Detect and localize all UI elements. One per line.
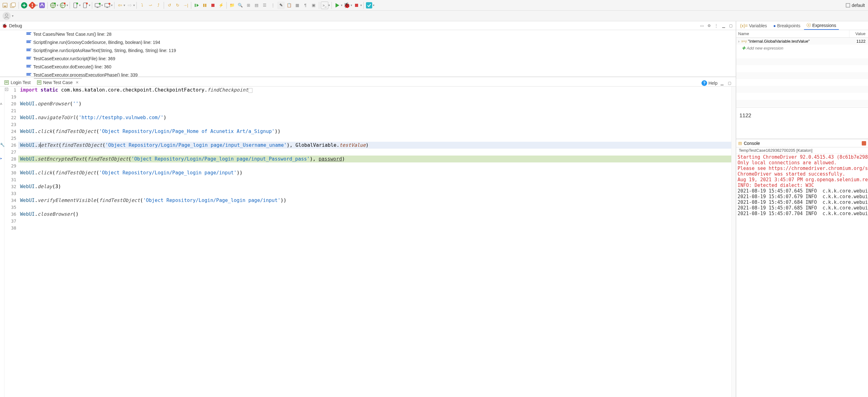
nav-fwd-icon[interactable]: ⇨: [126, 2, 133, 9]
stack-frame[interactable]: Test Cases/New Test Case.run() line: 28: [0, 30, 736, 38]
mobile-capture-icon[interactable]: [71, 2, 79, 9]
search-icon[interactable]: 🔍: [237, 2, 244, 9]
step-return-icon[interactable]: ⤴: [155, 2, 162, 9]
code-line[interactable]: [18, 107, 731, 114]
dropdown-icon[interactable]: ▾: [89, 3, 90, 7]
menu-icon[interactable]: ⋮: [713, 23, 719, 29]
code-line[interactable]: [18, 162, 731, 169]
code-area[interactable]: import static com.kms.katalon.core.check…: [18, 87, 731, 397]
minimize-icon[interactable]: ▁: [720, 23, 726, 29]
dropdown-icon[interactable]: ▾: [360, 3, 362, 7]
layout-icon[interactable]: ▭: [699, 23, 705, 29]
editor-tab[interactable]: Login Test: [1, 78, 34, 86]
filter-icon[interactable]: ⋮: [269, 2, 277, 9]
editor-tab[interactable]: New Test Case✕: [34, 78, 82, 86]
dropdown-icon[interactable]: ▾: [79, 3, 81, 7]
code-line[interactable]: [18, 149, 731, 156]
resume-icon[interactable]: [193, 2, 200, 9]
code-line[interactable]: WebUI.openBrowser(''): [18, 100, 731, 107]
desktop-capture-icon[interactable]: [94, 2, 101, 9]
code-line[interactable]: WebUI.delay(3): [18, 183, 731, 190]
web-record-icon[interactable]: [59, 2, 66, 9]
disconnect-icon[interactable]: ⚡: [217, 2, 225, 9]
tab-breakpoints[interactable]: ●Breakpoints: [771, 22, 803, 30]
value-column-header[interactable]: Value: [849, 30, 868, 37]
help-icon[interactable]: ?: [702, 80, 707, 86]
dropdown-icon[interactable]: ▾: [373, 3, 374, 7]
code-line[interactable]: import static com.kms.katalon.core.check…: [18, 87, 731, 93]
code-line[interactable]: [18, 93, 731, 100]
step-into-icon[interactable]: ⤵: [138, 2, 146, 9]
dropdown-icon[interactable]: ▾: [111, 3, 113, 7]
dropdown-icon[interactable]: ▾: [341, 3, 342, 7]
dropdown-icon[interactable]: ▾: [133, 3, 135, 7]
dropdown-icon[interactable]: ▾: [57, 3, 58, 7]
dropdown-icon[interactable]: ▾: [328, 3, 330, 7]
dropdown-icon[interactable]: ▾: [66, 3, 68, 7]
folder-icon[interactable]: 📁: [228, 2, 236, 9]
run-to-line-icon[interactable]: →|: [182, 2, 189, 9]
close-icon[interactable]: ✕: [75, 80, 79, 85]
code-line[interactable]: [18, 204, 731, 211]
step-filters-icon[interactable]: ↻: [174, 2, 181, 9]
profile-selector[interactable]: default: [845, 3, 867, 8]
code-line[interactable]: [18, 190, 731, 197]
minimize-icon[interactable]: ▁: [719, 80, 725, 86]
code-line[interactable]: WebUI.click(findTestObject('Object Repos…: [18, 169, 731, 176]
code-line[interactable]: WebUI.click(findTestObject('Object Repos…: [18, 128, 731, 135]
save-all-icon[interactable]: [9, 2, 17, 9]
debug-button[interactable]: 🐞: [343, 2, 350, 9]
terminal-icon[interactable]: >_: [321, 2, 328, 9]
code-line[interactable]: [18, 121, 731, 128]
web-capture-icon[interactable]: [49, 2, 57, 9]
desktop-record-icon[interactable]: [103, 2, 111, 9]
block-icon[interactable]: ▣: [310, 2, 317, 9]
console-output[interactable]: Starting ChromeDriver 92.0.4515.43 (8c61…: [736, 154, 868, 397]
stack-frame[interactable]: ScriptEngine.runScriptAsRawText(String, …: [0, 47, 736, 55]
tab-console[interactable]: ▤ Console: [738, 141, 760, 146]
name-column-header[interactable]: Name: [736, 30, 849, 37]
dropdown-icon[interactable]: ▾: [124, 3, 125, 7]
terminate-console-button[interactable]: [862, 141, 866, 146]
nav-back-icon[interactable]: ⇦: [116, 2, 124, 9]
stack-frame[interactable]: ScriptEngine.run(GroovyCodeSource, Bindi…: [0, 38, 736, 47]
formatting-icon[interactable]: ¶: [302, 2, 309, 9]
code-line[interactable]: WebUI.setEncryptedText(findTestObject('O…: [18, 156, 731, 162]
stack-frame[interactable]: TestCaseExecutor.processExecutionPhase()…: [0, 71, 736, 77]
debug-tab[interactable]: 🐞 Debug: [2, 23, 22, 28]
code-line[interactable]: WebUI.verifyElementVisible(findTestObjec…: [18, 197, 731, 204]
dropdown-icon[interactable]: ▾: [12, 14, 13, 18]
code-line[interactable]: WebUI.navigateToUrl('http://testphp.vuln…: [18, 114, 731, 121]
sort-icon[interactable]: ☰: [261, 2, 269, 9]
code-line[interactable]: [18, 135, 731, 142]
skip-breakpoints-icon[interactable]: [20, 2, 28, 9]
expand-icon[interactable]: ›: [736, 39, 741, 43]
code-line[interactable]: [18, 218, 731, 224]
dropdown-icon[interactable]: ▾: [350, 3, 352, 7]
code-line[interactable]: WebUI.setText(findTestObject('Object Rep…: [18, 142, 731, 149]
suspend-icon[interactable]: [201, 2, 209, 9]
stop-button[interactable]: [353, 2, 360, 9]
list-icon[interactable]: ▦: [293, 2, 301, 9]
terminate-icon[interactable]: [209, 2, 217, 9]
clipboard-icon[interactable]: 📋: [285, 2, 293, 9]
save-icon[interactable]: [1, 2, 9, 9]
fold-icon[interactable]: +: [5, 88, 8, 91]
open-type-icon[interactable]: ⊞: [245, 2, 252, 9]
code-line[interactable]: [18, 176, 731, 183]
plugin-icon[interactable]: [38, 2, 46, 9]
toggle-icon[interactable]: ▤: [253, 2, 260, 9]
stack-frame[interactable]: TestCaseExecutor.doExecute() line: 360: [0, 63, 736, 71]
drop-frame-icon[interactable]: ↺: [165, 2, 173, 9]
tab-expressions[interactable]: ⓧExpressions: [804, 22, 839, 30]
run-button[interactable]: [333, 2, 341, 9]
dropdown-icon[interactable]: ▾: [36, 3, 38, 7]
git-icon[interactable]: [29, 2, 36, 9]
code-line[interactable]: [18, 224, 731, 232]
dropdown-icon[interactable]: ▾: [101, 3, 103, 7]
pencil-icon[interactable]: ✎: [277, 2, 285, 9]
step-over-icon[interactable]: ⤻: [147, 2, 154, 9]
tab-variables[interactable]: (x)=Variables: [738, 22, 770, 30]
code-line[interactable]: WebUI.closeBrowser(): [18, 211, 731, 218]
mobile-record-icon[interactable]: [81, 2, 89, 9]
